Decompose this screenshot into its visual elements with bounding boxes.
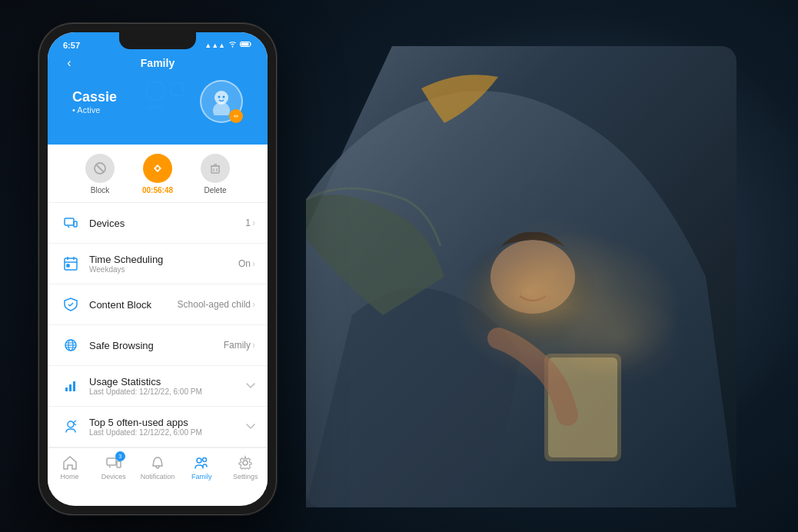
safe-browsing-chevron: › (252, 340, 255, 351)
delete-label: Delete (204, 186, 227, 195)
top-apps-subtitle: Last Updated: 12/12/22, 6:00 PM (89, 428, 243, 437)
svg-rect-21 (65, 218, 74, 225)
safe-browsing-title: Safe Browsing (89, 340, 224, 351)
phone-mockup: 6:57 ▲▲▲ (38, 23, 277, 515)
signal-icon: ▲▲▲ (204, 42, 225, 49)
battery-icon (240, 41, 252, 49)
menu-item-usage-statistics[interactable]: Usage Statistics Last Updated: 12/12/22,… (48, 366, 268, 407)
devices-icon (60, 212, 81, 234)
svg-point-6 (146, 81, 165, 100)
svg-rect-23 (65, 258, 77, 270)
block-icon (85, 154, 115, 183)
notification-icon (149, 454, 166, 471)
nav-notification[interactable]: Notification (140, 454, 175, 480)
svg-line-39 (73, 421, 76, 423)
svg-rect-16 (211, 166, 219, 173)
nav-home[interactable]: Home (52, 454, 87, 480)
menu-list: Devices 1 › (48, 203, 268, 447)
time-scheduling-chevron: › (252, 258, 255, 269)
avatar-edit-button[interactable]: ✏ (229, 109, 243, 123)
svg-line-13 (96, 165, 104, 172)
safe-browsing-value: Family › (224, 340, 255, 351)
profile-avatar[interactable]: ✏ (200, 80, 243, 123)
menu-item-devices[interactable]: Devices 1 › (48, 203, 268, 244)
profile-name: Cassie (72, 89, 117, 105)
nav-home-label: Home (61, 473, 79, 480)
svg-point-0 (460, 234, 598, 350)
svg-point-9 (213, 102, 230, 115)
phone-notch (119, 32, 196, 49)
safe-browsing-icon (60, 334, 81, 356)
app-header: ‹ Family Cassie Active (48, 54, 268, 145)
content-block-icon (60, 294, 81, 315)
timer-action[interactable]: 00:56:48 (128, 154, 187, 195)
content-block-content: Content Block (89, 299, 178, 311)
home-icon (62, 454, 78, 471)
devices-content: Devices (89, 218, 245, 229)
svg-point-11 (223, 96, 225, 98)
settings-icon (237, 454, 254, 471)
svg-rect-5 (241, 43, 249, 46)
time-scheduling-value: On › (238, 258, 255, 269)
nav-family-label: Family (191, 473, 212, 480)
usage-statistics-subtitle: Last Updated: 12/12/22, 6:00 PM (89, 387, 243, 396)
back-button[interactable]: ‹ (60, 54, 78, 72)
time-scheduling-icon (60, 253, 81, 274)
svg-point-10 (218, 96, 221, 98)
timer-icon (143, 154, 172, 183)
safe-browsing-content: Safe Browsing (89, 340, 224, 351)
header-nav: ‹ Family (60, 57, 255, 69)
svg-point-43 (197, 458, 201, 463)
content-block-chevron: › (252, 299, 255, 310)
svg-rect-41 (107, 458, 116, 465)
devices-chevron: › (252, 218, 255, 228)
svg-point-38 (68, 421, 74, 427)
svg-point-44 (203, 458, 207, 462)
nav-notification-label: Notification (141, 473, 175, 480)
delete-action[interactable]: Delete (187, 154, 244, 195)
profile-section: Cassie Active (60, 75, 255, 135)
svg-rect-27 (67, 264, 69, 267)
svg-rect-22 (74, 221, 77, 227)
svg-rect-36 (69, 384, 71, 391)
devices-badge: 3 (115, 451, 125, 461)
usage-statistics-expand-icon (246, 381, 255, 391)
svg-rect-7 (171, 83, 183, 95)
time-scheduling-title: Time Scheduling (89, 254, 238, 265)
nav-family[interactable]: Family (185, 454, 219, 480)
svg-rect-42 (117, 461, 121, 467)
menu-item-content-block[interactable]: Content Block School-aged child › (48, 284, 268, 325)
nav-devices-icon: 3 (105, 454, 122, 471)
nav-settings[interactable]: Settings (228, 454, 263, 480)
bottom-nav: Home 3 Devices (48, 447, 268, 490)
usage-statistics-content: Usage Statistics Last Updated: 12/12/22,… (89, 376, 243, 396)
top-apps-expand-icon (246, 421, 255, 432)
timer-value: 00:56:48 (142, 186, 173, 195)
status-icons: ▲▲▲ (204, 41, 252, 49)
block-action[interactable]: Block (71, 154, 128, 195)
nav-devices[interactable]: 3 Devices (96, 454, 131, 480)
header-title: Family (141, 57, 175, 69)
menu-item-safe-browsing[interactable]: Safe Browsing Family › (48, 325, 268, 366)
child-illustration (306, 46, 736, 507)
menu-item-time-scheduling[interactable]: Time Scheduling Weekdays On › (48, 244, 268, 284)
svg-point-1 (490, 240, 575, 314)
svg-line-29 (70, 303, 73, 306)
menu-item-top-apps[interactable]: Top 5 often-used apps Last Updated: 12/1… (48, 407, 268, 447)
profile-info: Cassie Active (72, 89, 117, 115)
delete-icon (201, 154, 230, 183)
top-apps-title: Top 5 often-used apps (89, 417, 243, 428)
devices-value: 1 › (245, 218, 255, 228)
nav-devices-label: Devices (101, 473, 126, 480)
wifi-icon (228, 41, 237, 49)
header-bg-decorations (140, 75, 201, 127)
nav-settings-label: Settings (233, 473, 258, 480)
svg-rect-37 (73, 381, 75, 391)
status-time: 6:57 (63, 41, 80, 50)
svg-rect-35 (65, 387, 68, 391)
svg-point-15 (156, 167, 159, 170)
profile-status: Active (72, 105, 117, 115)
usage-statistics-icon (60, 375, 81, 397)
svg-point-45 (243, 461, 248, 465)
usage-statistics-title: Usage Statistics (89, 376, 243, 387)
